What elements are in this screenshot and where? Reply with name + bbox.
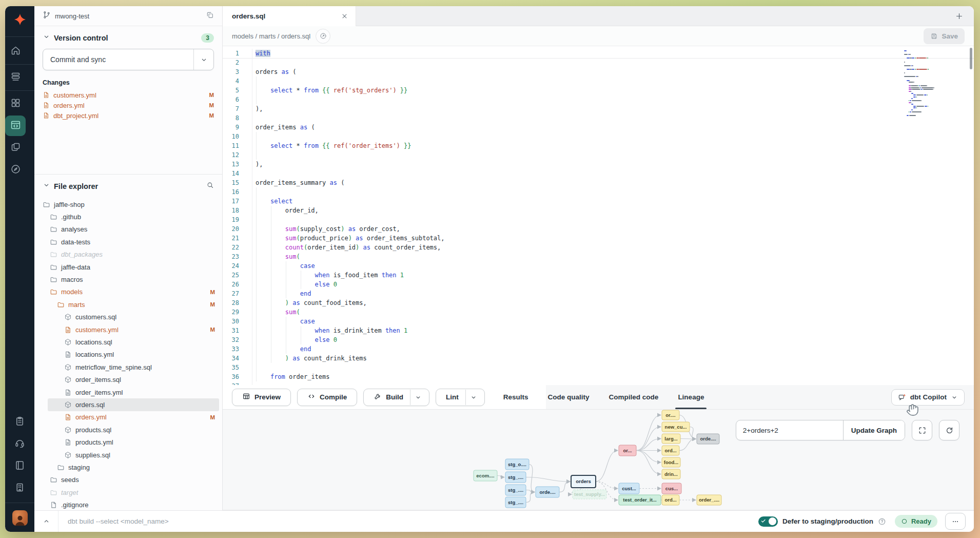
code-line-5[interactable]: 5 select * from {{ ref('stg_orders') }} (223, 86, 974, 95)
more-options-button[interactable] (945, 513, 966, 530)
lineage-node-larg[interactable]: larg... (662, 434, 680, 444)
code-line-9[interactable]: 9order_items as ( (223, 123, 974, 132)
tree-item-models[interactable]: modelsM (34, 286, 222, 298)
chevron-down-icon[interactable] (43, 181, 50, 191)
save-button[interactable]: Save (924, 28, 965, 44)
tree-item-orders.sql[interactable]: orders.sql (34, 398, 222, 411)
tree-item-.github[interactable]: .github (34, 210, 222, 223)
code-line-15[interactable]: 15order_items_summary as ( (223, 178, 974, 187)
code-line-14[interactable]: 14 (223, 169, 974, 178)
lineage-node-stg_[interactable]: stg_.... (505, 485, 526, 495)
lineage-selector-input[interactable]: 2+orders+2 (736, 420, 843, 440)
changed-file-customers.yml[interactable]: customers.yml M (34, 90, 222, 100)
code-line-13[interactable]: 13), (223, 160, 974, 169)
tree-item-dbt_packages[interactable]: dbt_packages (34, 248, 222, 261)
lineage-node-ord[interactable]: ord... (662, 495, 679, 505)
user-avatar[interactable] (12, 510, 28, 526)
rail-item-deck[interactable] (5, 67, 26, 88)
code-line-33[interactable]: 33 end (223, 344, 974, 354)
code-line-20[interactable]: 20 sum(supply_cost) as order_cost, (223, 224, 974, 234)
code-line-29[interactable]: 29 sum( (223, 308, 974, 317)
lineage-node-stg_[interactable]: stg_.... (505, 497, 526, 508)
lint-button[interactable]: Lint (436, 389, 485, 406)
search-icon[interactable] (206, 181, 214, 191)
tree-item-locations.yml[interactable]: locations.yml (34, 349, 222, 361)
lineage-node-orders[interactable]: orders (571, 475, 596, 488)
lineage-node-drin[interactable]: drin... (662, 469, 680, 479)
code-line-2[interactable]: 2 (223, 58, 974, 67)
refresh-icon[interactable] (939, 420, 959, 440)
fullscreen-icon[interactable] (912, 420, 932, 440)
code-line-23[interactable]: 23 sum( (223, 252, 974, 261)
code-line-3[interactable]: 3orders as ( (223, 67, 974, 76)
build-button[interactable]: Build (363, 389, 429, 406)
tree-item-.gitignore[interactable]: .gitignore (34, 498, 222, 510)
tree-item-customers.sql[interactable]: customers.sql (34, 311, 222, 323)
code-line-11[interactable]: 11 select * from {{ ref('order_items') }… (223, 141, 974, 150)
dbt-copilot-button[interactable]: dbt Copilot (891, 389, 965, 406)
tree-item-target[interactable]: target (34, 486, 222, 498)
tree-item-seeds[interactable]: seeds (34, 474, 222, 486)
lineage-node-stg_o[interactable]: stg_o.... (505, 459, 529, 470)
scrollbar-thumb[interactable] (970, 48, 972, 69)
code-line-37[interactable]: 37 (223, 381, 974, 385)
tree-item-order_items.yml[interactable]: order_items.yml (34, 386, 222, 398)
rail-item-building[interactable] (10, 478, 30, 498)
update-graph-button[interactable]: Update Graph (843, 420, 905, 440)
tree-item-metricflow_time_spine.sql[interactable]: metricflow_time_spine.sql (34, 361, 222, 373)
code-line-4[interactable]: 4 (223, 76, 974, 86)
rail-item-clipboard[interactable] (10, 412, 30, 432)
code-line-1[interactable]: 1with (223, 49, 974, 58)
tree-item-orders.yml[interactable]: orders.ymlM (34, 411, 222, 424)
code-line-28[interactable]: 28 ) as count_food_items, (223, 298, 974, 308)
command-input[interactable]: dbt build --select <model_name> (68, 517, 169, 525)
lint-dropdown-chevron-icon[interactable] (465, 390, 481, 405)
code-line-10[interactable]: 10 (223, 132, 974, 141)
tree-item-products.yml[interactable]: products.yml (34, 436, 222, 448)
lineage-node-orde[interactable]: orde.... (697, 434, 719, 444)
lineage-node-ecom[interactable]: ecom.... (474, 470, 497, 481)
lineage-node-or[interactable]: or.... (662, 410, 679, 420)
lineage-node-ord[interactable]: ord... (662, 446, 679, 455)
tree-item-jaffle-shop[interactable]: jaffle-shop (34, 198, 222, 210)
code-line-24[interactable]: 24 case (223, 261, 974, 271)
code-line-8[interactable]: 8 (223, 113, 974, 123)
lineage-panel[interactable]: ecom....stg_o....stg_....stg_....stg_...… (223, 410, 974, 510)
commit-and-sync-button[interactable]: Commit and sync (43, 49, 214, 70)
tree-item-customers.yml[interactable]: customers.ymlM (34, 323, 222, 336)
lineage-node-cust[interactable]: cust... (619, 483, 639, 494)
tree-item-data-tests[interactable]: data-tests (34, 236, 222, 248)
lineage-node-orde[interactable]: orde.... (536, 487, 559, 497)
tree-item-jaffle-data[interactable]: jaffle-data (34, 261, 222, 273)
rail-item-windows[interactable] (5, 138, 26, 158)
defer-toggle[interactable] (758, 516, 778, 527)
close-icon[interactable] (341, 12, 348, 20)
tree-item-staging[interactable]: staging (34, 461, 222, 473)
code-line-19[interactable]: 19 (223, 215, 974, 224)
code-editor[interactable]: 1with23orders as (45 select * from {{ re… (223, 46, 974, 385)
lineage-node-test_supply[interactable]: test_supply... (573, 490, 606, 499)
changed-file-dbt_project.yml[interactable]: dbt_project.yml M (34, 110, 222, 121)
code-line-6[interactable]: 6 (223, 95, 974, 104)
minimap[interactable] (904, 50, 962, 119)
copy-icon[interactable] (206, 11, 214, 21)
rail-item-code-window[interactable] (5, 116, 26, 136)
dbt-logo-icon[interactable] (10, 11, 30, 30)
code-line-22[interactable]: 22 count(order_item_id) as count_order_i… (223, 243, 974, 252)
tab-orders-sql[interactable]: orders.sql (223, 6, 356, 26)
lineage-node-order_[interactable]: order_.... (697, 495, 721, 505)
code-line-32[interactable]: 32 else 0 (223, 335, 974, 344)
code-line-17[interactable]: 17 select (223, 197, 974, 206)
rail-item-book[interactable] (10, 456, 30, 476)
changed-file-orders.yml[interactable]: orders.yml M (34, 100, 222, 110)
rail-item-headset[interactable] (10, 434, 30, 454)
tab-code-quality[interactable]: Code quality (548, 385, 590, 409)
preview-button[interactable]: Preview (232, 389, 291, 406)
code-line-35[interactable]: 35 (223, 363, 974, 372)
tab-lineage[interactable]: Lineage (678, 385, 704, 409)
lineage-node-or[interactable]: or... (619, 445, 636, 456)
commit-options-dropdown[interactable] (193, 49, 213, 70)
lineage-node-test_order_it[interactable]: test_order_it... (619, 495, 661, 505)
lineage-node-stg_[interactable]: stg_.... (505, 472, 526, 483)
tab-results[interactable]: Results (503, 385, 528, 409)
